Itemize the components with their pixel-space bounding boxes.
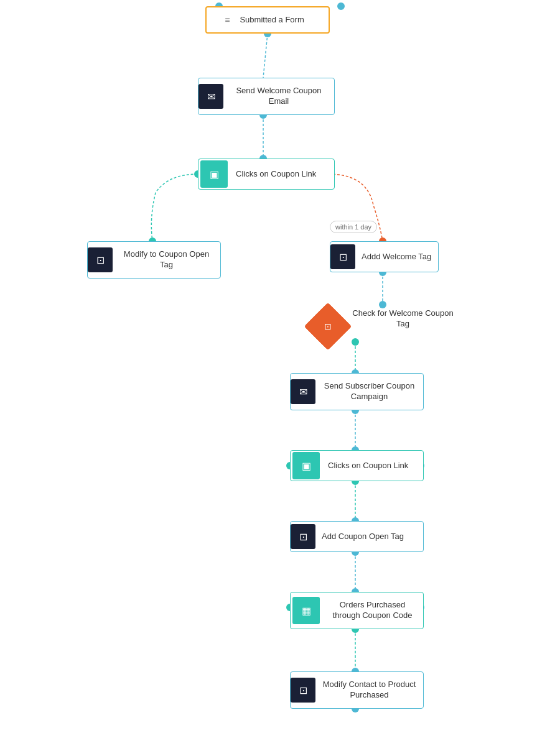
envelope-icon: ✉ <box>198 84 223 109</box>
orders-purchased-label: Orders Purchased through Coupon Code <box>322 596 423 625</box>
modify-contact-node[interactable]: ⊡ Modify Contact to Product Purchased <box>290 671 424 709</box>
envelope-icon-2: ✉ <box>291 379 315 404</box>
click-icon-1: ▣ <box>200 160 228 188</box>
submitted-form-node[interactable]: ≡ Submitted a Form <box>205 6 330 34</box>
tag-icon-1: ⊡ <box>88 247 113 272</box>
clicks-coupon-2-node[interactable]: ▣ Clicks on Coupon Link <box>290 450 424 481</box>
tag-icon-2: ⊡ <box>330 244 355 269</box>
send-subscriber-label: Send Subscriber Coupon Campaign <box>315 377 423 406</box>
clicks-coupon-2-label: Clicks on Coupon Link <box>322 457 414 475</box>
add-coupon-tag-label: Add Coupon Open Tag <box>315 528 410 546</box>
submitted-form-label: Submitted a Form <box>233 11 310 29</box>
clicks-coupon-1-label: Clicks on Coupon Link <box>230 165 322 183</box>
diamond-icon: ⊡ <box>324 321 332 331</box>
clicks-coupon-1-node[interactable]: ▣ Clicks on Coupon Link <box>198 159 335 190</box>
tag-icon-4: ⊡ <box>291 678 315 703</box>
svg-point-7 <box>337 2 345 10</box>
within-1-day-badge: within 1 day <box>330 221 377 233</box>
check-coupon-tag-node[interactable]: ⊡ Check for Welcome Coupon Tag <box>305 305 460 348</box>
orders-purchased-node[interactable]: ▦ Orders Purchased through Coupon Code <box>290 592 424 629</box>
table-icon: ▦ <box>292 597 320 624</box>
modify-contact-label: Modify Contact to Product Purchased <box>315 676 423 704</box>
check-coupon-tag-label: Check for Welcome Coupon Tag <box>352 308 453 328</box>
click-icon-2: ▣ <box>292 452 320 479</box>
send-subscriber-node[interactable]: ✉ Send Subscriber Coupon Campaign <box>290 373 424 410</box>
send-welcome-label: Send Welcome Coupon Email <box>223 82 334 111</box>
add-welcome-tag-node[interactable]: ⊡ Addd Welcome Tag <box>330 241 439 272</box>
modify-coupon-tag-label: Modify to Coupon Open Tag <box>113 246 220 274</box>
svg-line-0 <box>263 34 268 78</box>
add-welcome-tag-label: Addd Welcome Tag <box>355 248 437 266</box>
send-welcome-node[interactable]: ✉ Send Welcome Coupon Email <box>198 78 335 115</box>
workflow-canvas: ≡ Submitted a Form ✉ Send Welcome Coupon… <box>0 0 560 756</box>
tag-icon-3: ⊡ <box>291 524 315 549</box>
add-coupon-tag-node[interactable]: ⊡ Add Coupon Open Tag <box>290 521 424 552</box>
modify-coupon-tag-node[interactable]: ⊡ Modify to Coupon Open Tag <box>87 241 221 279</box>
